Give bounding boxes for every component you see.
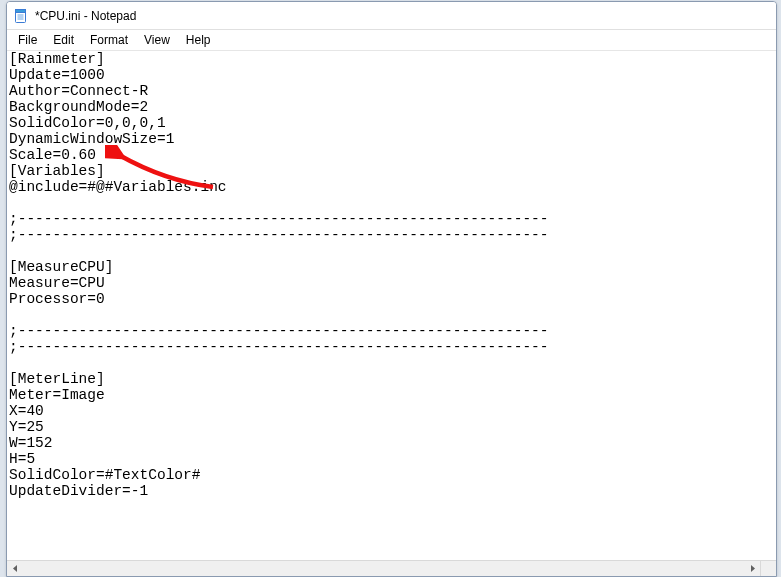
scroll-right-icon[interactable] [744,562,760,576]
editor-area: [Rainmeter] Update=1000 Author=Connect-R… [7,50,776,576]
svg-rect-1 [16,9,26,12]
scrollbar-corner [760,560,776,576]
menu-file[interactable]: File [11,32,44,48]
menu-format[interactable]: Format [83,32,135,48]
text-editor[interactable]: [Rainmeter] Update=1000 Author=Connect-R… [7,51,776,560]
menu-help[interactable]: Help [179,32,218,48]
notepad-window: *CPU.ini - Notepad File Edit Format View… [6,1,777,577]
menu-edit[interactable]: Edit [46,32,81,48]
scroll-track[interactable] [23,562,744,576]
notepad-icon [13,8,29,24]
window-title: *CPU.ini - Notepad [35,9,136,23]
menubar: File Edit Format View Help [7,30,776,50]
scroll-left-icon[interactable] [7,562,23,576]
menu-view[interactable]: View [137,32,177,48]
titlebar[interactable]: *CPU.ini - Notepad [7,2,776,30]
horizontal-scrollbar[interactable] [7,560,760,576]
